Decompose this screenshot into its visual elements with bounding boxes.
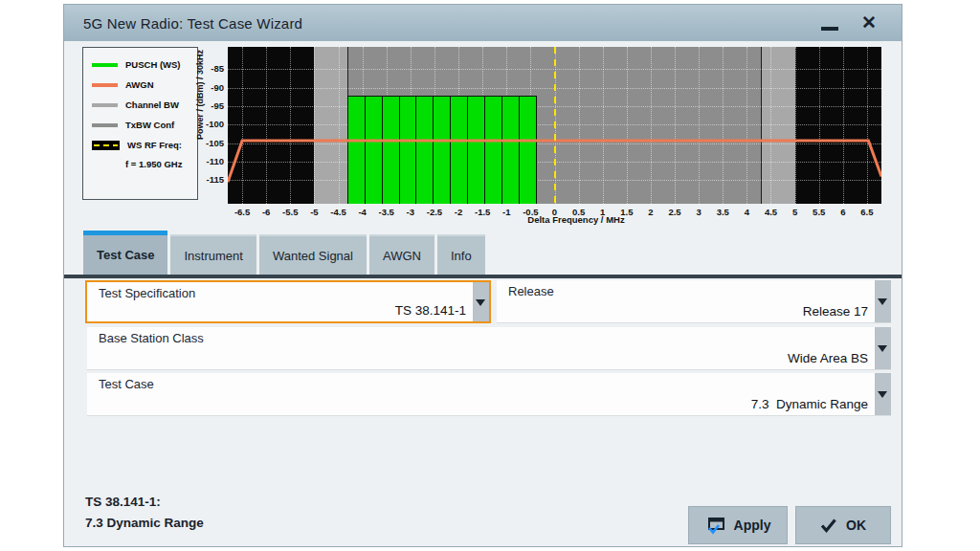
y-tick-label: -110 <box>199 156 224 166</box>
tab-awgn[interactable]: AWGN <box>369 234 434 275</box>
legend-item-channel-bw: Channel BW <box>83 95 197 115</box>
pusch-ws-swatch-icon <box>92 63 118 67</box>
y-tick-label: -90 <box>199 82 224 93</box>
ok-button[interactable]: OK <box>795 506 891 544</box>
chevron-down-icon[interactable] <box>875 327 891 369</box>
y-tick-label: -100 <box>199 119 224 129</box>
legend-item-label: TxBW Conf <box>125 120 174 130</box>
chevron-down-icon[interactable] <box>875 373 891 415</box>
test-case-wizard-dialog: 5G New Radio: Test Case Wizard ✕ PUSCH (… <box>63 4 902 547</box>
release-value: Release 17 <box>803 304 868 319</box>
spectrum-plot <box>228 47 881 204</box>
legend-item-awgn: AWGN <box>83 75 197 95</box>
close-icon: ✕ <box>861 12 877 33</box>
tab-info[interactable]: Info <box>437 234 485 275</box>
tab-bar: Test CaseInstrumentWanted SignalAWGNInfo <box>83 231 485 275</box>
base-station-class-value: Wide Area BS <box>788 351 868 365</box>
test-specification-field[interactable]: Test Specification TS 38.141-1 <box>85 280 491 323</box>
tab-divider <box>64 275 902 278</box>
apply-button-label: Apply <box>734 518 771 533</box>
test-case-field[interactable]: Test Case 7.3 Dynamic Range <box>87 373 891 416</box>
window-title: 5G New Radio: Test Case Wizard <box>64 15 302 32</box>
legend-item-label: Channel BW <box>125 99 179 110</box>
tab-test-case[interactable]: Test Case <box>83 231 167 275</box>
y-tick-label: -85 <box>199 63 224 74</box>
titlebar: 5G New Radio: Test Case Wizard ✕ <box>64 5 902 41</box>
tab-wanted-signal[interactable]: Wanted Signal <box>259 234 367 275</box>
status-spec-line: TS 38.141-1: <box>85 495 161 509</box>
ok-button-label: OK <box>846 518 866 533</box>
channel-bw-swatch-icon <box>92 103 118 107</box>
test-case-value: 7.3 Dynamic Range <box>751 397 868 411</box>
legend-item-label: WS RF Freq: <box>127 140 182 150</box>
screen: { "window": { "title": "5G New Radio: Te… <box>0 0 980 551</box>
y-tick-label: -105 <box>199 138 224 148</box>
base-station-class-label: Base Station Class <box>99 331 204 345</box>
legend-item-txbw-conf: TxBW Conf <box>83 115 197 135</box>
minimize-icon <box>821 27 838 31</box>
x-axis-label: Delta Frequency / MHz <box>500 214 653 225</box>
close-button[interactable]: ✕ <box>861 12 877 33</box>
chart-legend: PUSCH (WS)AWGNChannel BWTxBW ConfWS RF F… <box>82 47 198 200</box>
status-testcase-line: 7.3 Dynamic Range <box>85 516 204 530</box>
ws-rf-freq-swatch-icon <box>92 141 120 150</box>
legend-item-label: AWGN <box>125 79 154 90</box>
test-specification-label: Test Specification <box>99 286 195 300</box>
chevron-down-icon[interactable] <box>473 282 489 321</box>
txbw-conf-swatch-icon <box>92 123 118 127</box>
legend-item-label: PUSCH (WS) <box>125 59 181 70</box>
y-tick-label: -95 <box>199 100 224 111</box>
ws-rf-freq-marker <box>554 47 556 204</box>
check-icon <box>820 518 837 533</box>
legend-frequency-value: f = 1.950 GHz <box>125 159 197 169</box>
legend-items: PUSCH (WS)AWGNChannel BWTxBW ConfWS RF F… <box>83 55 197 155</box>
chevron-down-icon[interactable] <box>875 280 891 322</box>
x-tick-label: 6.5 <box>851 207 883 217</box>
test-case-label: Test Case <box>99 377 154 391</box>
window-controls: ✕ <box>819 5 877 41</box>
base-station-class-field[interactable]: Base Station Class Wide Area BS <box>87 327 891 370</box>
legend-item-pusch-ws: PUSCH (WS) <box>83 55 197 75</box>
y-tick-label: -115 <box>199 174 224 185</box>
apply-button[interactable]: Apply <box>688 506 788 544</box>
spectrum-preview-panel: PUSCH (WS)AWGNChannel BWTxBW ConfWS RF F… <box>64 41 902 231</box>
tab-instrument[interactable]: Instrument <box>170 234 256 275</box>
legend-item-ws-rf-freq: WS RF Freq: <box>83 135 197 155</box>
test-specification-value: TS 38.141-1 <box>395 303 466 318</box>
awgn-swatch-icon <box>92 83 118 87</box>
minimize-button[interactable] <box>819 12 840 33</box>
release-field[interactable]: Release Release 17 <box>497 280 891 323</box>
release-label: Release <box>508 284 554 298</box>
apply-window-check-icon <box>705 517 725 535</box>
